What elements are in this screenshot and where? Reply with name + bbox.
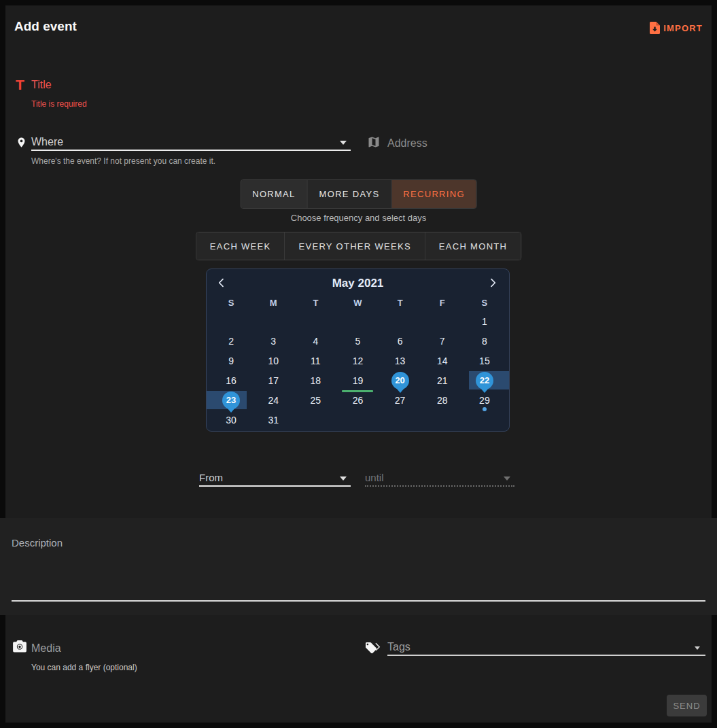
- calendar-day-6[interactable]: 6: [379, 331, 421, 351]
- import-label: IMPORT: [663, 23, 703, 33]
- tags-select[interactable]: Tags: [387, 640, 705, 656]
- calendar-day-1[interactable]: 1: [464, 311, 506, 331]
- calendar-day-empty: [379, 311, 421, 331]
- calendar-day-grid: 1234567891011121314151617181920212223242…: [210, 311, 506, 430]
- add-event-screen: Add event IMPORT T Title is required Whe…: [0, 0, 717, 728]
- calendar-day-empty: [421, 311, 464, 331]
- calendar-day-12[interactable]: 12: [336, 351, 379, 370]
- send-button[interactable]: SEND: [667, 695, 707, 716]
- tab-more-days-label: MORE DAYS: [319, 189, 380, 199]
- map-icon: [367, 135, 381, 149]
- weekday-tue: T: [294, 295, 336, 311]
- calendar-day-empty: [294, 311, 336, 331]
- calendar-day-10[interactable]: 10: [252, 351, 294, 370]
- calendar: May 2021 S M T W T F S 12345678910111213…: [206, 268, 510, 432]
- media-input[interactable]: [31, 640, 351, 657]
- calendar-day-8[interactable]: 8: [464, 331, 506, 351]
- each-month-button[interactable]: EACH MONTH: [425, 232, 521, 260]
- event-mode-tabs: NORMAL MORE DAYS RECURRING: [240, 179, 477, 209]
- title-icon: T: [16, 77, 24, 92]
- calendar-day-31[interactable]: 31: [252, 410, 294, 430]
- every-other-weeks-label: EVERY OTHER WEEKS: [298, 241, 410, 252]
- media-tags-card: You can add a flyer (optional) Tags SEND: [5, 615, 712, 723]
- calendar-day-24[interactable]: 24: [252, 390, 294, 410]
- file-import-icon: [650, 22, 660, 34]
- frequency-helper-text: Choose frequency and select days: [5, 213, 712, 223]
- weekday-mon: M: [252, 295, 294, 311]
- next-month-button[interactable]: [487, 277, 500, 290]
- calendar-day-empty: [379, 410, 421, 430]
- calendar-day-2[interactable]: 2: [210, 331, 252, 351]
- calendar-day-16[interactable]: 16: [210, 370, 252, 390]
- chevron-right-icon: [487, 277, 498, 288]
- each-week-button[interactable]: EACH WEEK: [196, 232, 285, 260]
- calendar-day-9[interactable]: 9: [210, 351, 252, 370]
- tab-recurring-label: RECURRING: [403, 189, 464, 199]
- calendar-day-empty: [464, 410, 506, 430]
- calendar-weekday-row: S M T W T F S: [210, 295, 506, 311]
- calendar-month-label: May 2021: [207, 277, 509, 290]
- address-input[interactable]: [387, 135, 705, 152]
- calendar-day-4[interactable]: 4: [294, 331, 336, 351]
- calendar-day-29[interactable]: 29: [464, 390, 506, 410]
- calendar-day-empty: [421, 410, 464, 430]
- where-select[interactable]: Where: [31, 135, 351, 151]
- calendar-day-19[interactable]: 19: [336, 370, 379, 390]
- calendar-day-18[interactable]: 18: [294, 370, 336, 390]
- calendar-day-30[interactable]: 30: [210, 410, 252, 430]
- dropdown-arrow-icon: [340, 476, 347, 481]
- add-event-form-card: Add event IMPORT T Title is required Whe…: [5, 5, 712, 518]
- frequency-button-group: EACH WEEK EVERY OTHER WEEKS EACH MONTH: [196, 232, 522, 260]
- weekday-sun: S: [210, 295, 252, 311]
- each-month-label: EACH MONTH: [439, 241, 507, 252]
- until-time-select[interactable]: until: [365, 470, 514, 487]
- dropdown-arrow-icon: [695, 646, 700, 650]
- description-input[interactable]: [12, 600, 705, 602]
- calendar-day-empty: [336, 311, 379, 331]
- description-label: Description: [12, 537, 63, 549]
- where-helper-text: Where's the event? If not present you ca…: [31, 156, 215, 166]
- calendar-nav: May 2021: [207, 272, 509, 295]
- calendar-day-22[interactable]: 22: [464, 370, 506, 390]
- page-title: Add event: [14, 19, 77, 34]
- media-helper-text: You can add a flyer (optional): [31, 663, 137, 672]
- dropdown-arrow-icon: [504, 476, 510, 481]
- location-pin-icon: [16, 135, 27, 150]
- calendar-day-25[interactable]: 25: [294, 390, 336, 410]
- tab-recurring[interactable]: RECURRING: [391, 180, 476, 208]
- calendar-day-26[interactable]: 26: [336, 390, 379, 410]
- tab-normal[interactable]: NORMAL: [241, 180, 307, 208]
- from-time-select[interactable]: From: [199, 470, 351, 487]
- calendar-day-15[interactable]: 15: [464, 351, 506, 370]
- until-select-value: until: [365, 472, 384, 483]
- calendar-day-20[interactable]: 20: [379, 370, 421, 390]
- calendar-day-13[interactable]: 13: [379, 351, 421, 370]
- calendar-day-21[interactable]: 21: [421, 370, 464, 390]
- import-button[interactable]: IMPORT: [650, 22, 703, 34]
- weekday-thu: T: [379, 295, 421, 311]
- weekday-wed: W: [336, 295, 379, 311]
- calendar-day-empty: [336, 410, 379, 430]
- calendar-day-5[interactable]: 5: [336, 331, 379, 351]
- calendar-day-empty: [252, 311, 294, 331]
- every-other-weeks-button[interactable]: EVERY OTHER WEEKS: [285, 232, 425, 260]
- calendar-day-28[interactable]: 28: [421, 390, 464, 410]
- tab-more-days[interactable]: MORE DAYS: [308, 180, 392, 208]
- tags-icon: [366, 641, 381, 655]
- calendar-day-3[interactable]: 3: [252, 331, 294, 351]
- camera-icon: [12, 640, 27, 653]
- calendar-day-7[interactable]: 7: [421, 331, 464, 351]
- description-section: Description: [0, 518, 717, 615]
- title-error-text: Title is required: [31, 99, 87, 109]
- calendar-day-17[interactable]: 17: [252, 370, 294, 390]
- calendar-day-23[interactable]: 23: [210, 390, 252, 410]
- calendar-day-11[interactable]: 11: [294, 351, 336, 370]
- from-select-value: From: [199, 472, 223, 483]
- calendar-day-empty: [294, 410, 336, 430]
- title-input[interactable]: [31, 76, 705, 94]
- calendar-day-27[interactable]: 27: [379, 390, 421, 410]
- weekday-sat: S: [464, 295, 506, 311]
- dropdown-arrow-icon: [340, 141, 347, 145]
- calendar-day-14[interactable]: 14: [421, 351, 464, 370]
- weekday-fri: F: [421, 295, 464, 311]
